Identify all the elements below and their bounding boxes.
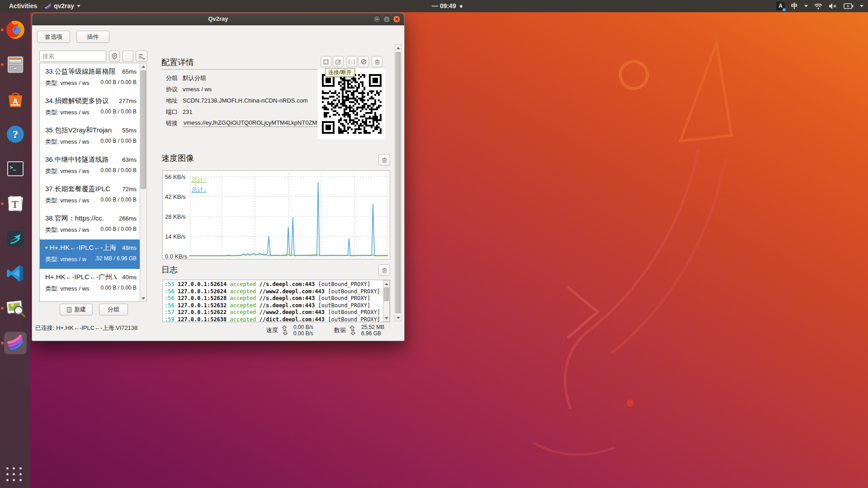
config-field-row: 端口 231 [166, 106, 320, 117]
config-field-value[interactable]: vmess://eyJhZGQiOiJTQ0ROLjcyMTM4LkpNT0ZM… [183, 119, 317, 127]
group-button[interactable]: 分组 [99, 304, 128, 315]
blank-filter-button[interactable] [123, 51, 133, 62]
svg-text:A: A [13, 98, 18, 105]
search-input[interactable] [39, 51, 106, 62]
log-section-title: 日志 [161, 264, 178, 275]
close-button[interactable]: ✕ [393, 15, 401, 23]
up-down-arrows-icon [281, 324, 290, 336]
svg-text:?: ? [13, 128, 18, 140]
dock-item-terminal[interactable]: >_ [4, 158, 27, 180]
scroll-up-icon[interactable] [395, 45, 401, 51]
config-field-value: 231 [183, 108, 193, 115]
log-line: :59 127.0.0.1:52638 accepted //dict.deep… [165, 316, 388, 322]
scroll-down-icon[interactable] [395, 314, 401, 321]
scroll-up-icon[interactable] [383, 281, 389, 287]
location-filter-button[interactable] [109, 51, 120, 62]
dock-item-qv2ray[interactable] [4, 332, 27, 354]
server-latency: 277ms [119, 98, 137, 104]
server-list-item[interactable]: 35.包括V2ray和Trojan 55ms 类型: vmess / ws 0.… [40, 122, 140, 151]
preferences-button[interactable]: 首选项 [37, 31, 70, 43]
data-status-values: 25.52 MB 6.96 GB [361, 324, 384, 337]
log-line: :57 127.0.0.1:52622 accepted //www2.deep… [165, 309, 388, 316]
config-fields: 分组 默认分组 协议 vmess / ws 地址 SCDN.72138.JMOF… [166, 72, 320, 129]
server-list-item[interactable]: H+.HK←-IPLC←-广州.V 40ms 类型: vmess / ws 0.… [40, 269, 140, 298]
scroll-up-icon[interactable] [140, 63, 146, 70]
speed-down-value: 0.00 B/s [293, 330, 313, 337]
svg-text:0.0 KB/s: 0.0 KB/s [165, 253, 188, 259]
plugins-button[interactable]: 插件 [76, 31, 109, 43]
legend-total-down[interactable]: 总计↓ [191, 186, 207, 193]
show-applications-button[interactable] [6, 467, 24, 483]
system-status-area[interactable]: A 中 [776, 0, 863, 12]
server-traffic: 0.00 B / 0.00 B [101, 108, 137, 117]
config-field-value: SCDN.72138.JMOFLH.China-nCDN-nRDS.com [183, 97, 308, 104]
trash-icon [382, 157, 387, 163]
svg-text:42 KB/s: 42 KB/s [165, 193, 186, 200]
clock[interactable]: — 09:49 [432, 0, 462, 12]
legend-total-up[interactable]: 总计↑ [191, 176, 207, 183]
server-list-item[interactable]: • H+.HK←-IPLC←-上海 48ms 类型: vmess / w .52… [40, 239, 140, 269]
edit-button[interactable] [333, 56, 344, 67]
svg-text:14 KB/s: 14 KB/s [165, 233, 186, 240]
dock-item-help[interactable]: ? [4, 123, 27, 145]
square-icon [323, 59, 329, 65]
scroll-down-icon[interactable] [140, 295, 146, 301]
server-list-item[interactable]: 34.捐赠解锁更多协议 277ms 类型: vmess / ws 0.00 B … [40, 93, 140, 122]
app-menu-label: qv2ray [54, 0, 74, 12]
server-list[interactable]: 33.公益等级線路嚴格限 65ms 类型: vmess / ws 0.00 B … [39, 63, 147, 302]
disconnect-button[interactable] [358, 56, 369, 67]
sort-button[interactable] [136, 51, 147, 62]
input-method-icon: A [776, 2, 785, 10]
config-field-row: 协议 vmess / ws [166, 84, 320, 95]
app-menu[interactable]: qv2ray [44, 0, 80, 12]
log-scrollbar[interactable] [383, 280, 390, 322]
server-traffic: 0.00 B / 0.00 B [101, 167, 137, 175]
maximize-button[interactable]: ▢ [383, 15, 391, 23]
config-field-label: 链接 [166, 119, 179, 127]
minimize-button[interactable]: − [373, 15, 381, 23]
server-list-item[interactable]: H+.SG←-IPLC←- [40, 298, 140, 302]
server-traffic: 0.00 B / 0.00 B [101, 285, 137, 293]
speed-status-values: 0.00 B/s 0.00 B/s [293, 324, 313, 337]
speed-graph: 56 KB/s42 KB/s28 KB/s14 KB/s0.0 KB/s总计↑总… [162, 170, 390, 259]
dock-item-firefox[interactable] [4, 19, 27, 41]
server-latency: 266ms [119, 215, 137, 222]
new-server-button[interactable]: 新建 [60, 304, 93, 315]
connect-button[interactable] [321, 56, 331, 67]
server-list-scrollbar[interactable] [140, 63, 147, 302]
details-scrollbar[interactable] [395, 44, 401, 321]
config-field-value: vmess / ws [183, 86, 212, 93]
data-status-label: 数据 [334, 326, 346, 334]
scroll-down-icon[interactable] [383, 315, 389, 321]
server-list-item[interactable]: 37.长期套餐覆盖IPLC 72ms 类型: vmess / ws 0.00 B… [40, 181, 140, 210]
chevron-down-icon [860, 5, 863, 7]
server-list-item[interactable]: 36.中继中转隧道线路 63ms 类型: vmess / ws 0.00 B /… [40, 151, 140, 181]
log-output[interactable]: :55 127.0.0.1:52614 accepted //s.deepl.c… [162, 280, 390, 322]
chevron-down-icon [804, 5, 808, 7]
server-list-item[interactable]: 38.官网：https://cc. 266ms 类型: vmess / ws 0… [40, 210, 140, 239]
server-title: H+.HK←-IPLC←-广州.V [45, 273, 117, 282]
config-field-row: 链接 vmess://eyJhZGQiOiJTQ0ROLjcyMTM4LkpNT… [166, 117, 320, 129]
server-traffic: 0.00 B / 0.00 B [101, 138, 137, 146]
dock-item-vscode[interactable] [4, 262, 27, 285]
sort-icon [138, 53, 145, 60]
server-list-item[interactable]: 33.公益等级線路嚴格限 65ms 类型: vmess / ws 0.00 B … [40, 63, 140, 93]
delete-config-button[interactable] [372, 56, 382, 67]
clear-log-button[interactable] [378, 264, 390, 276]
dock-item-ubuntu-software[interactable]: A [4, 88, 27, 111]
dock-item-teal-arrow-app[interactable] [4, 227, 27, 250]
clock-label: — 09:49 [432, 0, 456, 12]
config-field-label: 地址 [166, 97, 179, 105]
dock: A ? >_ T [0, 12, 30, 488]
clear-graph-button[interactable] [378, 154, 390, 166]
log-line: :56 127.0.0.1:52628 accepted //s.deepl.c… [165, 295, 388, 302]
dock-item-file-cabinet[interactable] [4, 53, 27, 76]
details-separator [161, 69, 318, 70]
edit-json-button[interactable]: {:} [346, 56, 357, 67]
activities-button[interactable]: Activities [5, 0, 41, 12]
volume-muted-icon [829, 3, 837, 9]
window-titlebar[interactable]: Qv2ray − ▢ ✕ [32, 13, 404, 25]
dock-item-text-editor[interactable]: T [4, 192, 27, 215]
connect-tooltip: 连接/断开 [325, 68, 355, 77]
dock-item-image-viewer[interactable] [4, 297, 27, 319]
